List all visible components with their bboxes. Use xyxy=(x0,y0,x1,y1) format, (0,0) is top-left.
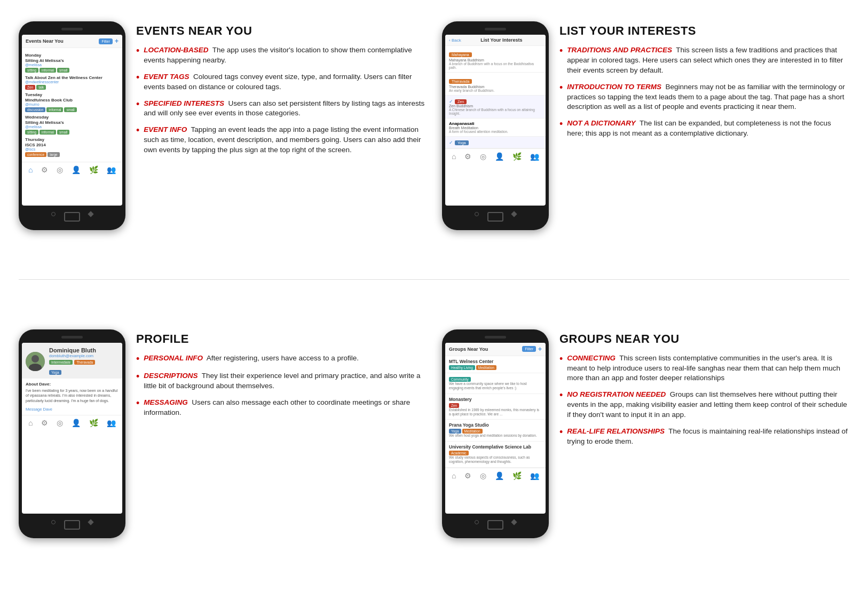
group-desc: We study various aspects of consciousnes… xyxy=(449,455,542,465)
bullet-content: NO REGISTRATION NEEDED Groups can list t… xyxy=(567,390,849,420)
group-tags: Healthy Living Meditation xyxy=(449,365,542,370)
profile-tags: Intermediate Theravada xyxy=(49,360,96,365)
phone-speaker xyxy=(485,336,506,339)
bullet-keyword: TRADITIONS AND PRACTICES xyxy=(567,46,672,54)
nav-settings-icon[interactable]: ⚙ xyxy=(41,166,48,174)
profile-header: Dominique Bluth dombluth@example.com Int… xyxy=(22,343,122,379)
bullet-item: EVENT TAGS Coloured tags convey event si… xyxy=(136,72,426,92)
list-item[interactable]: Talk About Zen at the Wellness Center @m… xyxy=(25,75,119,90)
nav-group-icon[interactable]: 👥 xyxy=(107,419,116,427)
nav-group-icon[interactable]: 👥 xyxy=(530,471,539,480)
tag: Theravada xyxy=(74,360,95,365)
nav-settings-icon[interactable]: ⚙ xyxy=(464,471,471,480)
filter-button[interactable]: Filter xyxy=(99,38,113,44)
nav-user-icon[interactable]: 👤 xyxy=(72,166,81,174)
phone-nav-profile: ⌂ ⚙ ◎ 👤 🌿 👥 xyxy=(22,415,122,429)
list-item[interactable]: Anapanasati Breath Meditation A form of … xyxy=(445,119,546,137)
avatar xyxy=(26,352,45,371)
bullet-list-profile: PERSONAL INFO After registering, users h… xyxy=(136,353,426,418)
check-icon: ✓ xyxy=(449,99,453,104)
phone-home-bar xyxy=(22,210,122,224)
phone-home-btn xyxy=(64,212,80,222)
add-event-button[interactable]: + xyxy=(115,37,119,45)
screen-title-events: Events Near You xyxy=(26,38,64,44)
nav-leaf-icon[interactable]: 🌿 xyxy=(89,166,98,174)
bullet-item: CONNECTING This screen lists contemplati… xyxy=(559,353,849,384)
tag: conference xyxy=(25,152,46,157)
nav-group-icon[interactable]: 👥 xyxy=(530,152,539,161)
group-list: MTL Welness Center Healthy Living Medita… xyxy=(445,356,546,468)
interest-tag: Zen xyxy=(455,99,467,104)
check-icon: ✓ xyxy=(449,140,453,145)
list-item[interactable]: Sitting At Melissa's @melissa sitting in… xyxy=(25,120,119,135)
list-item[interactable]: University Contemplative Science Lab Aca… xyxy=(445,442,546,468)
interest-subname: Zen Buddhism xyxy=(449,104,542,108)
list-item[interactable]: ✓ Yoga xyxy=(445,137,546,148)
phone-recent-btn xyxy=(511,519,517,525)
list-item[interactable]: Community We have a community space wher… xyxy=(445,373,546,394)
list-item[interactable]: MTL Welness Center Healthy Living Medita… xyxy=(445,356,546,373)
tag: informal xyxy=(46,107,63,112)
interest-desc: A form of focused attention meditation. xyxy=(449,130,542,133)
bullet-keyword: REAL-LIFE RELATIONSHIPS xyxy=(567,427,665,435)
phone-home-btn xyxy=(487,212,503,222)
list-item[interactable]: Mindfulness Book Club @mumo discussion i… xyxy=(25,98,119,112)
nav-user-icon[interactable]: 👤 xyxy=(72,419,81,427)
list-item[interactable]: Prana Yoga Studio Yoga Meditation We oft… xyxy=(445,420,546,441)
bullet-keyword: DESCRIPTIONS xyxy=(144,372,198,380)
list-item[interactable]: Theravada Theravada Buddhism An early br… xyxy=(445,73,546,96)
bullet-keyword: SPECIFIED INTERESTS xyxy=(144,99,224,107)
interest-desc: An early branch of Buddhism. xyxy=(449,89,542,92)
event-handle: @melissa xyxy=(25,125,119,129)
event-tags: conference large xyxy=(25,152,119,157)
list-item[interactable]: Monastery Zen Established in 1989 by est… xyxy=(445,394,546,420)
event-handle: @mumo xyxy=(25,103,119,106)
tag: sitting xyxy=(25,130,38,135)
list-item[interactable]: ✓ Zen Zen Buddhism A Chinese branch of B… xyxy=(445,96,546,119)
desc-panel-events: EVENTS NEAR YOU LOCATION-BASED The app u… xyxy=(136,21,426,164)
nav-home-icon[interactable]: ⌂ xyxy=(28,166,33,174)
bullet-content: LOCATION-BASED The app uses the visitor'… xyxy=(144,45,426,66)
nav-home-icon[interactable]: ⌂ xyxy=(28,419,33,427)
nav-location-icon[interactable]: ◎ xyxy=(480,471,486,480)
desc-panel-groups: GROUPS NEAR YOU CONNECTING This screen l… xyxy=(559,329,849,456)
bullet-content: INTRODUCTION TO TERMS Beginners may not … xyxy=(567,82,849,113)
nav-group-icon[interactable]: 👥 xyxy=(107,166,116,174)
tag: Academic xyxy=(449,451,469,455)
list-item[interactable]: Sitting At Melissa's @melissa sitting in… xyxy=(25,58,119,73)
nav-leaf-icon[interactable]: 🌿 xyxy=(512,152,522,161)
nav-leaf-icon[interactable]: 🌿 xyxy=(89,419,98,427)
day-tuesday: Tuesday xyxy=(25,92,119,97)
event-title: Sitting At Melissa's xyxy=(25,58,119,63)
screen-title-interests: List Your Interests xyxy=(480,37,522,43)
nav-location-icon[interactable]: ◎ xyxy=(57,166,63,174)
nav-settings-icon[interactable]: ⚙ xyxy=(41,419,48,427)
nav-location-icon[interactable]: ◎ xyxy=(480,152,486,161)
nav-user-icon[interactable]: 👤 xyxy=(495,471,504,480)
event-handle: @mdwellnesscenter xyxy=(25,80,119,84)
phone-nav-events: ⌂ ⚙ ◎ 👤 🌿 👥 xyxy=(22,162,122,176)
group-name: MTL Welness Center xyxy=(449,359,542,364)
phone-recent-btn xyxy=(88,519,93,525)
nav-home-icon[interactable]: ⌂ xyxy=(452,152,456,161)
group-tags: Academic xyxy=(449,451,542,455)
bullet-item: MESSAGING Users can also message each ot… xyxy=(136,398,426,418)
nav-home-icon[interactable]: ⌂ xyxy=(452,471,456,480)
list-item[interactable]: Mahayana Mahayana Buddhism A branch of B… xyxy=(445,46,546,73)
list-item[interactable]: ISCS 2014 @iscs conference large xyxy=(25,143,119,157)
bullet-content: MESSAGING Users can also message each ot… xyxy=(144,398,426,418)
nav-user-icon[interactable]: 👤 xyxy=(495,152,504,161)
bullet-item: EVENT INFO Tapping an event leads the ap… xyxy=(136,125,426,155)
day-wednesday: Wednesday xyxy=(25,115,119,120)
section-title-profile: PROFILE xyxy=(136,332,426,346)
add-group-button[interactable]: + xyxy=(538,345,542,353)
back-button[interactable]: ‹ Back xyxy=(449,38,461,43)
nav-settings-icon[interactable]: ⚙ xyxy=(464,152,471,161)
bullet-content: REAL-LIFE RELATIONSHIPS The focus is mai… xyxy=(567,427,849,447)
filter-button[interactable]: Filter xyxy=(522,346,536,352)
nav-location-icon[interactable]: ◎ xyxy=(57,419,63,427)
event-tags: Zen talk xyxy=(25,85,119,90)
nav-leaf-icon[interactable]: 🌿 xyxy=(512,471,522,480)
phone-back-btn xyxy=(51,520,56,524)
message-button[interactable]: Message Dave xyxy=(26,407,119,412)
